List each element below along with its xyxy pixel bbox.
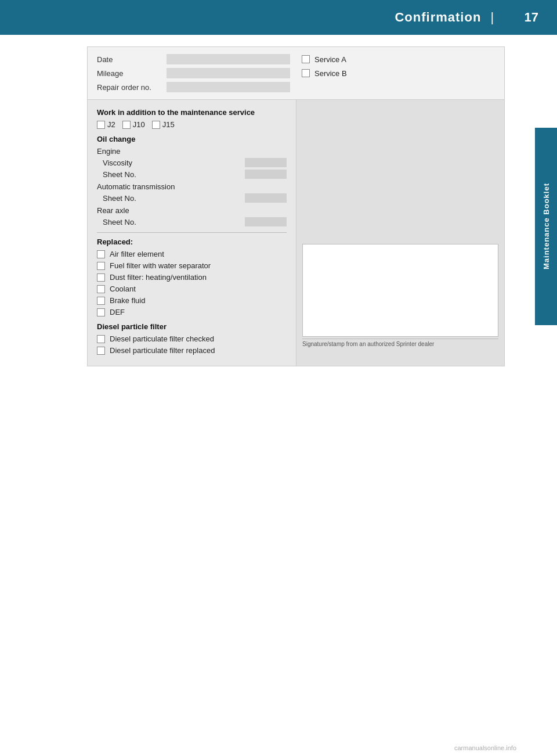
left-column: Work in addition to the maintenance serv… <box>88 100 296 366</box>
replaced-checkbox-0[interactable] <box>97 250 105 258</box>
viscosity-label: Viscosity <box>103 159 132 167</box>
j15-item: J15 <box>152 120 175 129</box>
rear-sheet-input[interactable] <box>245 217 287 226</box>
repair-field-row: Repair order no. <box>97 82 290 92</box>
rear-sheet-row: Sheet No. <box>103 217 287 226</box>
watermark: carmanualsonline.info <box>454 744 516 751</box>
diesel-item-1: Diesel particulate filter replaced <box>97 346 287 355</box>
page-number: 17 <box>518 10 545 25</box>
diesel-title: Diesel particle filter <box>97 322 287 331</box>
replaced-label-0: Air filter element <box>110 250 164 258</box>
service-b-label: Service B <box>314 69 347 78</box>
viscosity-row: Viscosity <box>103 158 287 167</box>
j15-checkbox[interactable] <box>152 121 160 129</box>
main-content: Date Service A Mileage Service B <box>70 46 522 721</box>
replaced-checkbox-4[interactable] <box>97 297 105 305</box>
j10-checkbox[interactable] <box>122 121 131 129</box>
oil-change-section: Oil change Engine Viscosity Sheet No. Au… <box>97 135 287 226</box>
diesel-label-1: Diesel particulate filter replaced <box>110 346 215 355</box>
date-field-row: Date <box>97 54 290 64</box>
replaced-section: Replaced: Air filter element Fuel filter… <box>97 237 287 316</box>
j-row: J2 J10 J15 <box>97 120 287 129</box>
replaced-item-5: DEF <box>97 308 287 316</box>
right-column: Signature/stamp from an authorized Sprin… <box>296 100 504 366</box>
diesel-section: Diesel particle filter Diesel particulat… <box>97 322 287 355</box>
signature-caption: Signature/stamp from an authorized Sprin… <box>302 339 498 347</box>
oil-change-title: Oil change <box>97 135 287 143</box>
repair-input[interactable] <box>167 82 290 92</box>
header-bar: Confirmation | 17 <box>0 0 557 35</box>
replaced-item-2: Dust filter: heating/ventilation <box>97 273 287 282</box>
replaced-label-3: Coolant <box>110 285 136 293</box>
engine-sheet-label: Sheet No. <box>103 170 136 179</box>
j2-item: J2 <box>97 120 115 129</box>
j10-label: J10 <box>133 120 145 129</box>
repair-label: Repair order no. <box>97 83 161 92</box>
j10-item: J10 <box>122 120 145 129</box>
replaced-checkbox-2[interactable] <box>97 273 105 282</box>
replaced-item-4: Brake fluid <box>97 296 287 305</box>
engine-sheet-input[interactable] <box>245 170 287 179</box>
sidebar-label: Maintenance Booklet <box>535 128 557 325</box>
diesel-label-0: Diesel particulate filter checked <box>110 334 214 343</box>
replaced-label-4: Brake fluid <box>110 296 145 305</box>
divider1 <box>97 232 287 233</box>
service-a-label: Service A <box>314 55 346 64</box>
j2-label: J2 <box>107 120 115 129</box>
j2-checkbox[interactable] <box>97 121 105 129</box>
j15-label: J15 <box>162 120 175 129</box>
signature-box <box>302 244 498 337</box>
engine-label: Engine <box>97 147 287 156</box>
rear-axle-label: Rear axle <box>97 206 287 215</box>
replaced-checkbox-3[interactable] <box>97 285 105 293</box>
header-divider: | <box>483 10 501 25</box>
viscosity-input[interactable] <box>245 158 287 167</box>
diesel-item-0: Diesel particulate filter checked <box>97 334 287 343</box>
top-fields: Date Service A Mileage Service B <box>88 47 504 100</box>
service-a-row: Service A <box>302 54 495 64</box>
service-b-checkbox[interactable] <box>302 69 310 77</box>
date-input[interactable] <box>167 54 290 64</box>
replaced-title: Replaced: <box>97 237 287 246</box>
replaced-label-1: Fuel filter with water separator <box>110 261 211 270</box>
engine-sheet-row: Sheet No. <box>103 170 287 179</box>
service-a-checkbox[interactable] <box>302 55 310 63</box>
diesel-checkbox-1[interactable] <box>97 347 105 355</box>
auto-trans-label: Automatic transmission <box>97 182 287 191</box>
replaced-label-2: Dust filter: heating/ventilation <box>110 273 207 282</box>
replaced-item-1: Fuel filter with water separator <box>97 261 287 270</box>
auto-sheet-row: Sheet No. <box>103 193 287 203</box>
form-container: Date Service A Mileage Service B <box>87 46 505 366</box>
auto-sheet-label: Sheet No. <box>103 194 136 203</box>
replaced-label-5: DEF <box>110 308 125 316</box>
sidebar-label-text: Maintenance Booklet <box>542 183 551 269</box>
replaced-item-0: Air filter element <box>97 250 287 258</box>
mileage-label: Mileage <box>97 69 161 78</box>
replaced-checkbox-1[interactable] <box>97 262 105 270</box>
mileage-input[interactable] <box>167 68 290 78</box>
header-title: Confirmation <box>395 10 481 25</box>
mileage-field-row: Mileage <box>97 68 290 78</box>
replaced-checkbox-5[interactable] <box>97 308 105 316</box>
diesel-checkbox-0[interactable] <box>97 335 105 343</box>
date-label: Date <box>97 55 161 64</box>
rear-sheet-label: Sheet No. <box>103 218 136 226</box>
two-col-body: Work in addition to the maintenance serv… <box>88 100 504 366</box>
service-b-row: Service B <box>302 68 495 78</box>
work-section-title: Work in addition to the maintenance serv… <box>97 108 287 117</box>
auto-sheet-input[interactable] <box>245 193 287 203</box>
replaced-item-3: Coolant <box>97 285 287 293</box>
